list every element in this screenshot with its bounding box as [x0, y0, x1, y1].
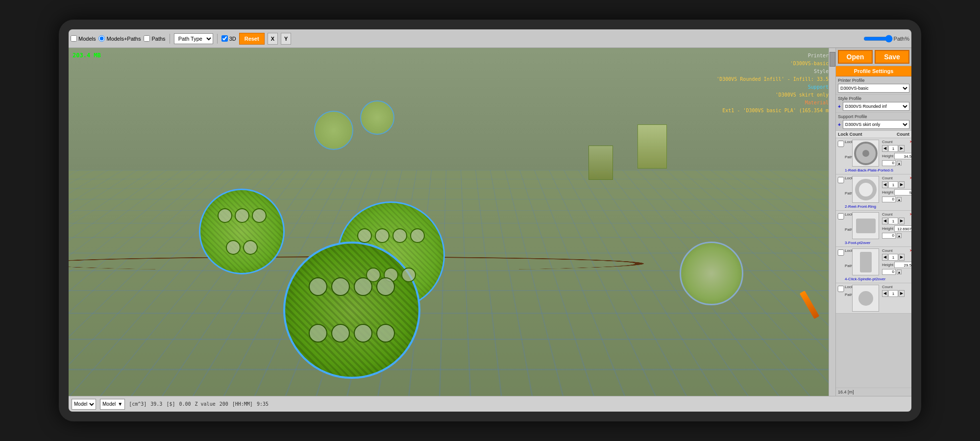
hole-b4: [376, 277, 395, 296]
obj3-count-row: Count ✕: [882, 212, 911, 217]
support-profile-select[interactable]: D300VS skirt only: [843, 120, 909, 129]
hhmm-label: [HH:MM]: [232, 401, 253, 407]
reset-button[interactable]: Reset: [239, 33, 265, 45]
hhmm-value: 9:35: [257, 401, 269, 407]
object-row-2: Lock Paths Count ✕ ◀ 1 ▶: [836, 174, 911, 211]
obj3-lock-checkbox[interactable]: [837, 213, 844, 220]
3d-checkbox[interactable]: [221, 35, 228, 42]
obj2-thumb-shape: [855, 179, 877, 200]
obj5-increment[interactable]: ▶: [899, 290, 905, 297]
x-button[interactable]: X: [268, 33, 278, 45]
obj4-thumbnail: [852, 248, 879, 275]
scrollbar-thumb[interactable]: [830, 52, 835, 67]
models-checkbox[interactable]: [71, 35, 77, 42]
hole-m3: [252, 208, 267, 223]
open-button[interactable]: Open: [838, 50, 873, 64]
obj3-thumb-shape: [856, 219, 876, 233]
obj4-count-row: Count ✕: [882, 248, 911, 253]
obj1-count-row: Count ✕: [882, 140, 911, 144]
obj2-controls: Count ✕ ◀ 1 ▶ Height 5 0: [882, 176, 911, 202]
cm3-value: 39.3: [150, 401, 162, 407]
obj2-lock-label: Lock: [845, 176, 852, 180]
obj4-height-val: 29.5: [894, 262, 911, 268]
printer-profile-select[interactable]: D300VS-basic: [838, 84, 909, 93]
obj2-stepper: ◀ 1 ▶: [882, 181, 911, 188]
style-profile-label: Style Profile: [838, 96, 909, 101]
obj2-height-row: Height 5: [882, 189, 911, 196]
hole-m2: [235, 208, 249, 223]
obj3-up-btn[interactable]: ▲: [897, 233, 902, 238]
style-profile-select[interactable]: D300VS Rounded inf: [843, 102, 909, 111]
obj1-name: 1-Reel-Back-Plate-Ported-S: [845, 168, 911, 172]
obj1-count-val: 1: [888, 145, 898, 152]
obj3-close-btn[interactable]: ✕: [909, 212, 911, 217]
save-button[interactable]: Save: [875, 50, 909, 64]
hole-b1: [309, 277, 327, 296]
path-pct-slider[interactable]: [863, 35, 893, 42]
obj3-zero-row: 0 ▲: [882, 233, 911, 239]
obj2-lock-checkbox[interactable]: [837, 177, 844, 183]
objects-container: [69, 48, 835, 396]
obj5-thumb-shape: [858, 291, 873, 306]
orange-tool: [800, 291, 819, 319]
obj1-paths-label: Paths: [845, 155, 852, 159]
obj3-count-val: 1: [888, 218, 898, 224]
status-bar: Model Model ▼ [cm^3] 39.3 [$] 0.00 Z val…: [69, 396, 911, 412]
viewport[interactable]: 203.4 MB Printer: 'D300VS-basic' Style: …: [69, 48, 835, 396]
hole-2: [375, 228, 390, 243]
divider-2: [217, 34, 218, 44]
obj3-name: 3-Foot-pt2over: [845, 241, 911, 245]
lock-count-label: Lock Count: [838, 132, 862, 137]
obj3-increment[interactable]: ▶: [899, 218, 905, 224]
obj1-height-label: Height: [882, 154, 893, 158]
obj1-increment[interactable]: ▶: [899, 145, 905, 152]
y-button[interactable]: Y: [281, 33, 291, 45]
obj5-lock-label: Lock: [845, 285, 852, 289]
paths-checkbox[interactable]: [144, 35, 150, 42]
obj2-thumbnail: [852, 176, 879, 203]
obj4-close-btn[interactable]: ✕: [909, 248, 911, 253]
model-dropdown[interactable]: Model ▼: [100, 399, 125, 410]
z-num: 200: [220, 401, 228, 407]
panel-distance-val: 16.4 [m]: [838, 390, 854, 394]
hole-7: [401, 268, 416, 282]
obj4-up-btn[interactable]: ▲: [897, 270, 902, 274]
obj2-decrement[interactable]: ◀: [882, 181, 888, 188]
obj4-lock-checkbox[interactable]: [837, 249, 844, 256]
obj5-lock-checkbox[interactable]: [837, 286, 844, 292]
3d-checkbox-label[interactable]: 3D: [221, 35, 236, 42]
obj4-height-label: Height: [882, 263, 893, 267]
paths-checkbox-label[interactable]: Paths: [144, 35, 165, 42]
panel-distance-row: 16.4 [m]: [836, 388, 911, 396]
style-profile-section: Style Profile + D300VS Rounded inf: [836, 95, 911, 113]
obj2-close-btn[interactable]: ✕: [909, 176, 911, 180]
obj1-count-label: Count: [882, 140, 892, 144]
obj5-count-row: Count: [882, 285, 910, 289]
obj2-up-btn[interactable]: ▲: [897, 197, 902, 202]
printer-profile-row: D300VS-basic: [838, 84, 909, 93]
printer-profile-label: Printer Profile: [838, 78, 909, 83]
models-checkbox-label[interactable]: Models: [71, 35, 96, 42]
obj1-decrement[interactable]: ◀: [882, 145, 888, 152]
obj2-zero-row: 0 ▲: [882, 196, 911, 202]
obj1-lock-checkbox[interactable]: [837, 141, 844, 147]
obj4-name: 4-Click-Spindle-pt2over: [845, 277, 911, 281]
hole-3: [392, 228, 407, 243]
dollar-label: [$]: [166, 401, 175, 407]
obj4-decrement[interactable]: ◀: [882, 254, 888, 261]
path-type-select[interactable]: Path Type: [174, 33, 213, 44]
obj1-close-btn[interactable]: ✕: [909, 140, 911, 144]
obj4-increment[interactable]: ▶: [899, 254, 905, 261]
obj3-decrement[interactable]: ◀: [882, 218, 888, 224]
model-select[interactable]: Model: [72, 399, 96, 410]
panel-top-buttons: Open Save: [836, 48, 911, 66]
obj3-count-label: Count: [882, 212, 892, 217]
obj1-stepper: ◀ 1 ▶: [882, 145, 911, 152]
obj2-increment[interactable]: ▶: [899, 181, 905, 188]
viewport-scrollbar[interactable]: [829, 48, 835, 396]
obj1-up-btn[interactable]: ▲: [897, 161, 902, 166]
tablet-screen: Models Models+Paths Paths Path Type 3D R…: [69, 29, 911, 412]
models-paths-checkbox-label[interactable]: Models+Paths: [98, 35, 141, 42]
models-paths-radio[interactable]: [98, 35, 105, 42]
obj5-decrement[interactable]: ◀: [882, 290, 888, 297]
